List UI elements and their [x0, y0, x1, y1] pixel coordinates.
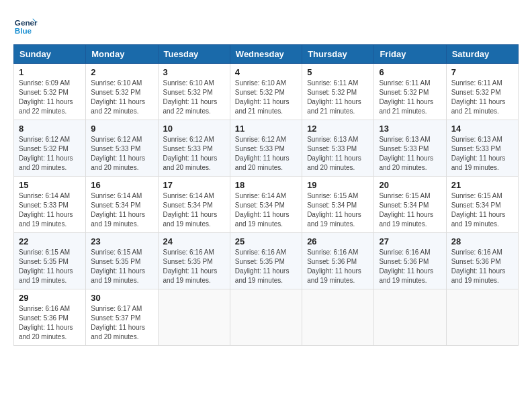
day-info: Sunrise: 6:16 AM Sunset: 5:35 PM Dayligh…	[235, 248, 297, 285]
calendar-day-8: 8 Sunrise: 6:12 AM Sunset: 5:32 PM Dayli…	[14, 120, 86, 177]
day-info: Sunrise: 6:12 AM Sunset: 5:32 PM Dayligh…	[19, 135, 81, 173]
calendar-week-2: 8 Sunrise: 6:12 AM Sunset: 5:32 PM Dayli…	[14, 120, 519, 177]
day-info: Sunrise: 6:15 AM Sunset: 5:34 PM Dayligh…	[451, 191, 513, 229]
calendar-header-sunday: Sunday	[14, 45, 86, 64]
day-number: 27	[379, 236, 441, 246]
calendar-day-6: 6 Sunrise: 6:11 AM Sunset: 5:32 PM Dayli…	[374, 64, 446, 120]
day-number: 30	[91, 293, 152, 303]
day-info: Sunrise: 6:14 AM Sunset: 5:34 PM Dayligh…	[235, 191, 297, 229]
day-number: 22	[19, 236, 81, 246]
calendar-header-wednesday: Wednesday	[230, 45, 302, 64]
day-info: Sunrise: 6:13 AM Sunset: 5:33 PM Dayligh…	[451, 135, 513, 173]
calendar-empty-cell	[302, 289, 374, 346]
calendar-day-2: 2 Sunrise: 6:10 AM Sunset: 5:32 PM Dayli…	[86, 64, 158, 120]
calendar-week-5: 29 Sunrise: 6:16 AM Sunset: 5:36 PM Dayl…	[14, 289, 519, 346]
day-info: Sunrise: 6:12 AM Sunset: 5:33 PM Dayligh…	[163, 135, 225, 173]
header: General Blue	[13, 13, 519, 38]
calendar-day-5: 5 Sunrise: 6:11 AM Sunset: 5:32 PM Dayli…	[302, 64, 374, 120]
calendar-day-30: 30 Sunrise: 6:17 AM Sunset: 5:37 PM Dayl…	[86, 289, 158, 346]
calendar-empty-cell	[158, 289, 230, 346]
calendar-week-4: 22 Sunrise: 6:15 AM Sunset: 5:35 PM Dayl…	[14, 233, 519, 289]
calendar-day-13: 13 Sunrise: 6:13 AM Sunset: 5:33 PM Dayl…	[374, 120, 446, 177]
day-number: 4	[235, 67, 297, 77]
calendar-day-18: 18 Sunrise: 6:14 AM Sunset: 5:34 PM Dayl…	[230, 177, 302, 233]
day-number: 28	[451, 236, 513, 246]
calendar-day-27: 27 Sunrise: 6:16 AM Sunset: 5:36 PM Dayl…	[374, 233, 446, 289]
calendar-week-1: 1 Sunrise: 6:09 AM Sunset: 5:32 PM Dayli…	[14, 64, 519, 120]
day-number: 6	[379, 67, 441, 77]
calendar-header-row: SundayMondayTuesdayWednesdayThursdayFrid…	[14, 45, 519, 64]
calendar-table: SundayMondayTuesdayWednesdayThursdayFrid…	[13, 44, 519, 346]
day-number: 14	[451, 124, 513, 134]
day-number: 29	[19, 293, 81, 303]
day-info: Sunrise: 6:11 AM Sunset: 5:32 PM Dayligh…	[307, 79, 369, 116]
day-number: 11	[235, 124, 297, 134]
day-info: Sunrise: 6:13 AM Sunset: 5:33 PM Dayligh…	[307, 135, 369, 173]
calendar-header-saturday: Saturday	[446, 45, 518, 64]
calendar-day-20: 20 Sunrise: 6:15 AM Sunset: 5:34 PM Dayl…	[374, 177, 446, 233]
day-number: 10	[163, 124, 225, 134]
logo-icon: General Blue	[13, 13, 38, 38]
calendar-empty-cell	[230, 289, 302, 346]
day-number: 13	[379, 124, 441, 134]
calendar-header-friday: Friday	[374, 45, 446, 64]
logo: General Blue	[13, 13, 38, 38]
day-number: 15	[19, 180, 81, 190]
day-number: 12	[307, 124, 369, 134]
day-info: Sunrise: 6:16 AM Sunset: 5:36 PM Dayligh…	[307, 248, 369, 285]
calendar-day-15: 15 Sunrise: 6:14 AM Sunset: 5:33 PM Dayl…	[14, 177, 86, 233]
calendar-day-22: 22 Sunrise: 6:15 AM Sunset: 5:35 PM Dayl…	[14, 233, 86, 289]
day-number: 7	[451, 67, 513, 77]
calendar-day-29: 29 Sunrise: 6:16 AM Sunset: 5:36 PM Dayl…	[14, 289, 86, 346]
calendar-day-10: 10 Sunrise: 6:12 AM Sunset: 5:33 PM Dayl…	[158, 120, 230, 177]
calendar-day-21: 21 Sunrise: 6:15 AM Sunset: 5:34 PM Dayl…	[446, 177, 518, 233]
day-info: Sunrise: 6:13 AM Sunset: 5:33 PM Dayligh…	[379, 135, 441, 173]
calendar-week-3: 15 Sunrise: 6:14 AM Sunset: 5:33 PM Dayl…	[14, 177, 519, 233]
calendar-day-17: 17 Sunrise: 6:14 AM Sunset: 5:34 PM Dayl…	[158, 177, 230, 233]
calendar-day-11: 11 Sunrise: 6:12 AM Sunset: 5:33 PM Dayl…	[230, 120, 302, 177]
day-number: 18	[235, 180, 297, 190]
day-info: Sunrise: 6:11 AM Sunset: 5:32 PM Dayligh…	[451, 79, 513, 116]
calendar-empty-cell	[446, 289, 518, 346]
day-info: Sunrise: 6:15 AM Sunset: 5:35 PM Dayligh…	[91, 248, 152, 285]
calendar-day-14: 14 Sunrise: 6:13 AM Sunset: 5:33 PM Dayl…	[446, 120, 518, 177]
day-number: 1	[19, 67, 81, 77]
day-number: 8	[19, 124, 81, 134]
calendar-day-24: 24 Sunrise: 6:16 AM Sunset: 5:35 PM Dayl…	[158, 233, 230, 289]
calendar-day-16: 16 Sunrise: 6:14 AM Sunset: 5:34 PM Dayl…	[86, 177, 158, 233]
calendar-day-23: 23 Sunrise: 6:15 AM Sunset: 5:35 PM Dayl…	[86, 233, 158, 289]
day-number: 23	[91, 236, 152, 246]
calendar-header-tuesday: Tuesday	[158, 45, 230, 64]
calendar-day-26: 26 Sunrise: 6:16 AM Sunset: 5:36 PM Dayl…	[302, 233, 374, 289]
day-info: Sunrise: 6:14 AM Sunset: 5:34 PM Dayligh…	[163, 191, 225, 229]
calendar-day-19: 19 Sunrise: 6:15 AM Sunset: 5:34 PM Dayl…	[302, 177, 374, 233]
day-info: Sunrise: 6:11 AM Sunset: 5:32 PM Dayligh…	[379, 79, 441, 116]
day-number: 3	[163, 67, 225, 77]
day-number: 2	[91, 67, 152, 77]
day-info: Sunrise: 6:10 AM Sunset: 5:32 PM Dayligh…	[235, 79, 297, 116]
calendar-empty-cell	[374, 289, 446, 346]
day-number: 26	[307, 236, 369, 246]
day-number: 25	[235, 236, 297, 246]
calendar-day-12: 12 Sunrise: 6:13 AM Sunset: 5:33 PM Dayl…	[302, 120, 374, 177]
day-info: Sunrise: 6:16 AM Sunset: 5:35 PM Dayligh…	[163, 248, 225, 285]
day-number: 5	[307, 67, 369, 77]
calendar-header-thursday: Thursday	[302, 45, 374, 64]
svg-text:Blue: Blue	[15, 26, 32, 35]
calendar-day-4: 4 Sunrise: 6:10 AM Sunset: 5:32 PM Dayli…	[230, 64, 302, 120]
day-number: 16	[91, 180, 152, 190]
day-info: Sunrise: 6:12 AM Sunset: 5:33 PM Dayligh…	[235, 135, 297, 173]
day-info: Sunrise: 6:12 AM Sunset: 5:33 PM Dayligh…	[91, 135, 152, 173]
day-number: 9	[91, 124, 152, 134]
day-number: 20	[379, 180, 441, 190]
day-number: 17	[163, 180, 225, 190]
calendar-day-25: 25 Sunrise: 6:16 AM Sunset: 5:35 PM Dayl…	[230, 233, 302, 289]
day-info: Sunrise: 6:14 AM Sunset: 5:33 PM Dayligh…	[19, 191, 81, 229]
calendar-day-28: 28 Sunrise: 6:16 AM Sunset: 5:36 PM Dayl…	[446, 233, 518, 289]
day-info: Sunrise: 6:17 AM Sunset: 5:37 PM Dayligh…	[91, 304, 152, 342]
day-info: Sunrise: 6:15 AM Sunset: 5:34 PM Dayligh…	[379, 191, 441, 229]
day-info: Sunrise: 6:16 AM Sunset: 5:36 PM Dayligh…	[451, 248, 513, 285]
calendar-day-3: 3 Sunrise: 6:10 AM Sunset: 5:32 PM Dayli…	[158, 64, 230, 120]
calendar-header-monday: Monday	[86, 45, 158, 64]
day-info: Sunrise: 6:15 AM Sunset: 5:34 PM Dayligh…	[307, 191, 369, 229]
